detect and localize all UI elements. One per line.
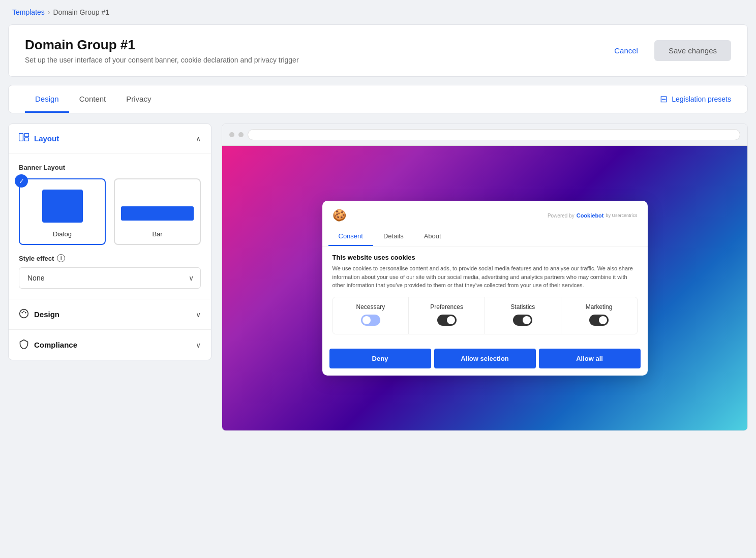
- main-content: Layout ∧ Banner Layout ✓ Dialog: [0, 123, 756, 431]
- save-button[interactable]: Save changes: [654, 40, 731, 61]
- info-icon: i: [57, 254, 65, 262]
- tab-content[interactable]: Content: [69, 85, 116, 113]
- cookie-logo-icon: 🍪: [332, 209, 346, 222]
- sliders-icon: ⊟: [660, 94, 668, 105]
- svg-point-3: [20, 309, 28, 318]
- layout-section-header[interactable]: Layout ∧: [9, 124, 211, 153]
- layout-section-body: Banner Layout ✓ Dialog: [9, 153, 211, 299]
- cookiebot-brand: Cookiebot: [577, 212, 604, 219]
- banner-tabs: Consent Details About: [322, 227, 648, 246]
- design-palette-icon: [19, 308, 29, 320]
- compliance-shield-icon: [19, 339, 29, 351]
- banner-tab-about[interactable]: About: [414, 227, 451, 246]
- powered-by: Powered by Cookiebot by Usercentrics: [548, 212, 638, 219]
- browser-address-bar: [248, 129, 740, 140]
- category-marketing-label: Marketing: [565, 303, 633, 311]
- layout-section-label: Layout: [34, 134, 59, 143]
- toggle-necessary[interactable]: [361, 315, 380, 326]
- category-necessary-label: Necessary: [337, 303, 405, 311]
- banner-top: 🍪 Powered by Cookiebot by Usercentrics: [322, 201, 648, 222]
- design-section-header[interactable]: Design ∨: [9, 299, 211, 329]
- preview-panel: 🍪 Powered by Cookiebot by Usercentrics C…: [222, 123, 748, 431]
- style-effect-select[interactable]: None Blur Darken: [19, 267, 201, 289]
- bar-preview-img: [121, 185, 194, 226]
- cancel-button[interactable]: Cancel: [604, 41, 648, 60]
- tabs-card: Design Content Privacy ⊟ Legislation pre…: [8, 85, 748, 113]
- banner-buttons: Deny Allow selection Allow all: [322, 342, 648, 376]
- design-section: Design ∨: [9, 299, 211, 329]
- compliance-section-header[interactable]: Compliance ∨: [9, 330, 211, 360]
- category-necessary: Necessary: [333, 297, 409, 334]
- bar-shape: [121, 206, 194, 221]
- compliance-chevron-icon: ∨: [196, 341, 201, 349]
- compliance-section-label: Compliance: [34, 340, 77, 349]
- svg-point-6: [25, 312, 26, 314]
- tab-design[interactable]: Design: [25, 85, 69, 113]
- banner-body: This website uses cookies We use cookies…: [322, 246, 648, 342]
- cookiebot-sub: by Usercentrics: [606, 213, 637, 218]
- dialog-shape: [42, 190, 83, 223]
- toggle-statistics[interactable]: [513, 315, 532, 326]
- breadcrumb-current: Domain Group #1: [53, 8, 109, 16]
- header-info: Domain Group #1 Set up the user interfac…: [25, 37, 299, 64]
- banner-tab-consent[interactable]: Consent: [328, 227, 373, 246]
- layout-options: ✓ Dialog Bar: [19, 178, 201, 245]
- design-chevron-icon: ∨: [196, 311, 201, 319]
- banner-body-text: We use cookies to personalise content an…: [332, 264, 638, 290]
- design-header-left: Design: [19, 308, 59, 320]
- toggle-preferences[interactable]: [437, 315, 457, 326]
- breadcrumb-sep: ›: [48, 8, 50, 16]
- dialog-label: Dialog: [26, 230, 99, 238]
- svg-rect-0: [19, 134, 23, 141]
- layout-option-dialog[interactable]: ✓ Dialog: [19, 178, 106, 245]
- style-effect-label-row: Style effect i: [19, 254, 201, 262]
- compliance-section: Compliance ∨: [9, 329, 211, 360]
- compliance-header-left: Compliance: [19, 339, 77, 351]
- allow-all-button[interactable]: Allow all: [539, 349, 641, 368]
- page-title: Domain Group #1: [25, 37, 299, 53]
- design-section-label: Design: [34, 310, 59, 319]
- consent-categories: Necessary Preferences Statistics: [332, 297, 638, 334]
- layout-icon: [19, 133, 29, 144]
- browser-dot-1: [229, 132, 234, 137]
- header-actions: Cancel Save changes: [604, 40, 731, 61]
- style-effect-label: Style effect: [19, 255, 54, 262]
- category-marketing: Marketing: [561, 297, 637, 334]
- category-preferences: Preferences: [409, 297, 485, 334]
- svg-point-5: [23, 311, 25, 313]
- deny-button[interactable]: Deny: [329, 349, 431, 368]
- legislation-presets-button[interactable]: ⊟ Legislation presets: [660, 94, 731, 105]
- banner-layout-label: Banner Layout: [19, 164, 201, 171]
- cookie-banner: 🍪 Powered by Cookiebot by Usercentrics C…: [322, 201, 648, 376]
- breadcrumb: Templates › Domain Group #1: [0, 0, 756, 24]
- bar-label: Bar: [121, 230, 194, 238]
- tabs-list: Design Content Privacy: [25, 85, 161, 113]
- browser-content: 🍪 Powered by Cookiebot by Usercentrics C…: [222, 146, 747, 430]
- tab-privacy[interactable]: Privacy: [116, 85, 161, 113]
- browser-chrome: [222, 124, 747, 146]
- category-statistics: Statistics: [485, 297, 561, 334]
- header-card: Domain Group #1 Set up the user interfac…: [8, 24, 748, 77]
- layout-label: Layout: [19, 133, 59, 144]
- selected-check-icon: ✓: [15, 174, 28, 188]
- allow-selection-button[interactable]: Allow selection: [434, 349, 536, 368]
- style-effect-select-wrapper: None Blur Darken ∨: [19, 267, 201, 289]
- toggle-marketing[interactable]: [589, 315, 609, 326]
- page-subtitle: Set up the user interface of your consen…: [25, 56, 299, 64]
- banner-tab-details[interactable]: Details: [373, 227, 414, 246]
- legislation-btn-label: Legislation presets: [672, 95, 731, 103]
- svg-point-4: [21, 312, 23, 314]
- powered-by-text: Powered by: [548, 213, 574, 219]
- left-panel: Layout ∧ Banner Layout ✓ Dialog: [8, 123, 211, 431]
- banner-title: This website uses cookies: [332, 254, 638, 261]
- svg-rect-1: [24, 134, 29, 137]
- category-preferences-label: Preferences: [413, 303, 480, 311]
- breadcrumb-link[interactable]: Templates: [12, 8, 45, 16]
- style-effect-section: Style effect i None Blur Darken ∨: [19, 254, 201, 289]
- svg-rect-2: [24, 138, 29, 141]
- dialog-preview-img: [26, 185, 99, 226]
- panel-card: Layout ∧ Banner Layout ✓ Dialog: [8, 123, 211, 360]
- layout-chevron-icon: ∧: [196, 135, 201, 143]
- layout-option-bar[interactable]: Bar: [114, 178, 201, 245]
- category-statistics-label: Statistics: [489, 303, 557, 311]
